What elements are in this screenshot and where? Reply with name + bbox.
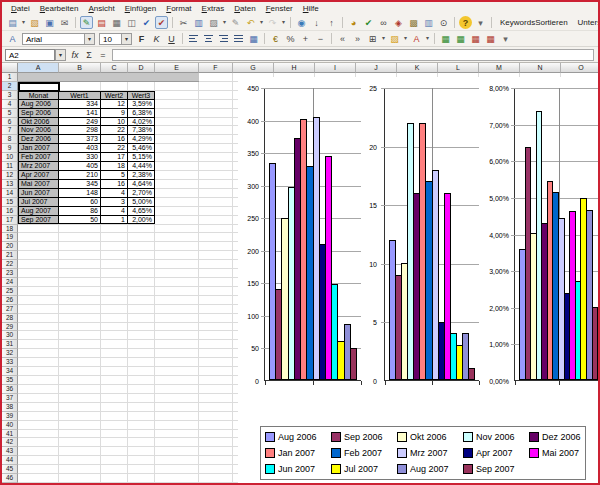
menu-hilfe[interactable]: Hilfe — [298, 4, 324, 13]
spellcheck-icon[interactable]: ✔ — [140, 16, 153, 29]
row-header-41[interactable]: 41 — [2, 430, 18, 439]
table-cell[interactable]: 345 — [59, 180, 101, 189]
page-preview-icon[interactable]: ◫ — [125, 16, 138, 29]
edit-mode-icon[interactable]: ✎ — [80, 16, 93, 29]
table-cell[interactable]: 1 — [101, 216, 128, 225]
table-cell[interactable]: 5,00% — [128, 198, 155, 207]
row-header-43[interactable]: 43 — [2, 447, 18, 456]
background-color-dropdown-arrow[interactable]: ▾ — [402, 32, 409, 45]
table-cell[interactable]: Okt 2006 — [18, 118, 59, 127]
table-cell[interactable]: 5,46% — [128, 144, 155, 153]
custom-macro-button-unterstrichfett[interactable]: UnterstrichFett — [573, 17, 600, 28]
insert-chart-icon[interactable]: ◕ — [347, 16, 360, 29]
row-header-17[interactable]: 17 — [2, 216, 18, 225]
row-header-40[interactable]: 40 — [2, 421, 18, 430]
table-cell[interactable]: Jul 2007 — [18, 198, 59, 207]
table-cell[interactable]: Jun 2007 — [18, 189, 59, 198]
row-header-34[interactable]: 34 — [2, 367, 18, 376]
bar-chart-plot-wert1[interactable] — [264, 88, 361, 381]
table-cell[interactable]: 4,44% — [128, 162, 155, 171]
table-cell[interactable]: Sep 2007 — [18, 216, 59, 225]
menu-extras[interactable]: Extras — [197, 4, 230, 13]
open-folder-icon[interactable]: ▧ — [28, 16, 41, 29]
menu-format[interactable]: Format — [161, 4, 196, 13]
align-center-icon[interactable] — [202, 32, 215, 45]
save-icon[interactable]: ▣ — [43, 16, 56, 29]
table-cell[interactable]: Sep 2006 — [18, 109, 59, 118]
table-cell[interactable]: 16 — [101, 135, 128, 144]
menu-fenster[interactable]: Fenster — [261, 4, 298, 13]
table-cell[interactable]: Wert2 — [101, 91, 128, 100]
bold-icon[interactable]: F — [135, 32, 148, 45]
decrease-indent-icon[interactable]: « — [336, 32, 349, 45]
row-header-25[interactable]: 25 — [2, 287, 18, 296]
row-header-32[interactable]: 32 — [2, 349, 18, 358]
merge-cells-icon[interactable]: ▦ — [247, 32, 260, 45]
row1-shaded-range[interactable] — [18, 73, 199, 82]
table-cell[interactable]: 3,59% — [128, 100, 155, 109]
column-header-L[interactable]: L — [438, 63, 479, 73]
undo-dropdown-arrow[interactable]: ▾ — [258, 16, 265, 29]
table-cell[interactable]: 86 — [59, 207, 101, 216]
table-cell[interactable]: 4,02% — [128, 118, 155, 127]
column-header-E[interactable]: E — [155, 63, 199, 73]
menu-ansicht[interactable]: Ansicht — [83, 4, 119, 13]
new-document-icon[interactable]: ▤ — [6, 16, 19, 29]
redo-icon[interactable]: ↷ — [266, 16, 279, 29]
equals-button[interactable]: = — [96, 50, 110, 60]
table-cell[interactable]: 3 — [101, 198, 128, 207]
column-header-J[interactable]: J — [356, 63, 397, 73]
table-cell[interactable]: 4,65% — [128, 207, 155, 216]
help-icon[interactable]: ? — [459, 16, 472, 29]
custom-macro-button-keywordssortieren[interactable]: KeywordsSortieren — [495, 17, 573, 28]
table-cell[interactable]: 334 — [59, 100, 101, 109]
table-cell[interactable]: 141 — [59, 109, 101, 118]
row-header-1[interactable]: 1 — [2, 73, 18, 82]
underline-icon[interactable]: U — [165, 32, 178, 45]
table-cell[interactable]: Dez 2006 — [18, 135, 59, 144]
bar-chart-plot-wert3[interactable] — [514, 88, 600, 381]
format-paintbrush-icon[interactable]: ✎ — [229, 16, 242, 29]
delete-columns-icon[interactable]: ▦ — [484, 32, 497, 45]
column-header-H[interactable]: H — [274, 63, 315, 73]
font-size-combo[interactable]: 10▾ — [99, 33, 132, 45]
italic-icon[interactable]: K — [150, 32, 163, 45]
draw-functions-icon[interactable]: ✔ — [362, 16, 375, 29]
table-cell[interactable]: Mrz 2007 — [18, 162, 59, 171]
align-right-icon[interactable] — [217, 32, 230, 45]
table-cell[interactable]: 4 — [101, 189, 128, 198]
paste-icon[interactable]: ▨ — [207, 16, 220, 29]
row-header-29[interactable]: 29 — [2, 323, 18, 332]
redo-dropdown-arrow[interactable]: ▾ — [280, 16, 287, 29]
gallery-icon[interactable]: ▩ — [407, 16, 420, 29]
table-cell[interactable]: 2,00% — [128, 216, 155, 225]
number-format-currency-icon[interactable]: € — [269, 32, 282, 45]
font-name-combo[interactable]: Arial▾ — [22, 33, 95, 45]
sum-button[interactable]: Σ — [82, 50, 96, 60]
font-color-icon[interactable]: A — [410, 32, 423, 45]
row-header-36[interactable]: 36 — [2, 385, 18, 394]
select-all-corner[interactable] — [2, 63, 18, 73]
table-cell[interactable]: 50 — [59, 216, 101, 225]
menu-bearbeiten[interactable]: Bearbeiten — [35, 4, 84, 13]
column-header-F[interactable]: F — [199, 63, 233, 73]
data-table[interactable]: MonatWert1Wert2Wert3Aug 2006334123,59%Se… — [18, 91, 155, 225]
sort-descending-icon[interactable]: ↑ — [325, 16, 338, 29]
table-cell[interactable]: 298 — [59, 126, 101, 135]
toolbar-overflow-icon[interactable]: ▾ — [499, 32, 512, 45]
row-header-16[interactable]: 16 — [2, 207, 18, 216]
row-header-6[interactable]: 6 — [2, 118, 18, 127]
table-cell[interactable]: 12 — [101, 100, 128, 109]
column-header-D[interactable]: D — [128, 63, 155, 73]
table-cell[interactable]: Nov 2006 — [18, 126, 59, 135]
table-cell[interactable]: 17 — [101, 153, 128, 162]
column-header-O[interactable]: O — [561, 63, 600, 73]
number-format-delete-decimal-icon[interactable]: − — [314, 32, 327, 45]
row-header-19[interactable]: 19 — [2, 233, 18, 242]
font-size-combo-dropdown-arrow[interactable]: ▾ — [121, 33, 132, 45]
row-header-13[interactable]: 13 — [2, 180, 18, 189]
hyperlink-icon[interactable]: ◉ — [295, 16, 308, 29]
menu-daten[interactable]: Daten — [229, 4, 260, 13]
row-header-22[interactable]: 22 — [2, 260, 18, 269]
navigator-icon[interactable]: ◈ — [392, 16, 405, 29]
